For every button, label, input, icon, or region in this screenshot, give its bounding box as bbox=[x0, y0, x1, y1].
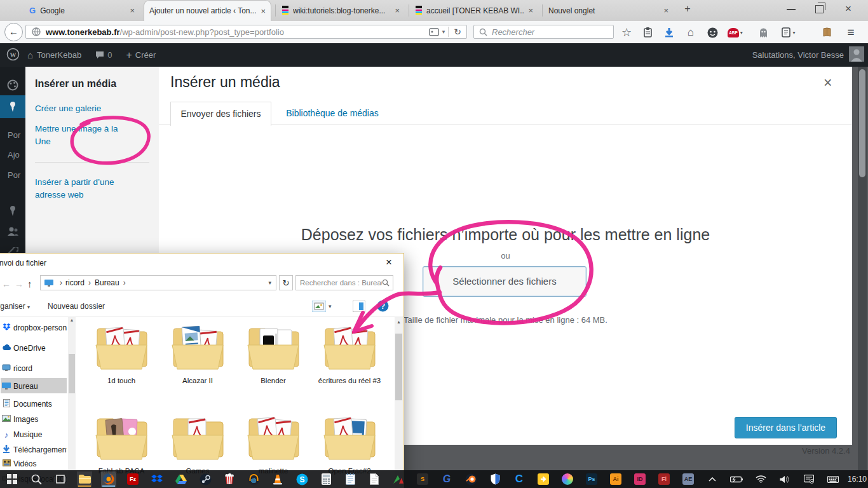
taskbar-illustrator[interactable]: Ai bbox=[608, 471, 623, 487]
menu-create-gallery-link[interactable]: Créer une galerie bbox=[35, 102, 101, 115]
scroll-up-icon[interactable]: ▴ bbox=[68, 317, 76, 323]
taskbar-document-app[interactable] bbox=[367, 471, 382, 487]
tray-wifi-icon[interactable] bbox=[753, 471, 768, 487]
wp-new-content-link[interactable]: +Créer bbox=[126, 50, 156, 61]
tab-google[interactable]: G Google × bbox=[24, 0, 140, 21]
taskbar-gimp[interactable]: G bbox=[439, 471, 454, 487]
taskbar-file-explorer[interactable] bbox=[77, 471, 92, 487]
crumb-desktop[interactable]: Bureau bbox=[95, 278, 119, 287]
menu-hamburger-icon[interactable]: ≡ bbox=[844, 25, 858, 39]
taskbar-indesign[interactable]: ID bbox=[632, 471, 648, 487]
listing-scrollbar-thumb[interactable] bbox=[395, 334, 402, 400]
taskbar-popcorn-time[interactable] bbox=[222, 471, 237, 487]
nav-back-icon[interactable]: ← bbox=[2, 279, 11, 289]
nav-item-videos[interactable]: Vidéos bbox=[1, 457, 67, 471]
taskbar-blender[interactable] bbox=[463, 471, 478, 487]
taskbar-notepad[interactable] bbox=[342, 471, 358, 487]
nav-forward-icon[interactable]: → bbox=[15, 279, 24, 289]
sidebar-submenu-fragment[interactable]: Por bbox=[8, 130, 20, 140]
task-view-button[interactable] bbox=[53, 471, 68, 487]
ghostery-icon[interactable] bbox=[756, 25, 770, 39]
nav-item-documents[interactable]: Documents bbox=[1, 397, 67, 411]
taskbar-green-app[interactable] bbox=[391, 471, 406, 487]
reader-icon[interactable] bbox=[429, 28, 439, 36]
taskbar-search-button[interactable] bbox=[29, 471, 44, 487]
menu-featured-image-link[interactable]: Mettre une image à la Une bbox=[35, 123, 135, 148]
breadcrumb-dropdown-icon[interactable]: ▾ bbox=[268, 280, 271, 286]
explorer-search-box[interactable]: Rechercher dans : Bureau bbox=[295, 275, 393, 290]
tab-upload-files[interactable]: Envoyer des fichiers bbox=[170, 102, 271, 126]
folder-games[interactable]: Games bbox=[162, 411, 233, 475]
taskbar-flash[interactable]: Fl bbox=[656, 471, 672, 487]
wp-comments-link[interactable]: 0 bbox=[95, 50, 112, 60]
refresh-button[interactable]: ↻ bbox=[279, 275, 293, 290]
tray-battery-icon[interactable] bbox=[729, 471, 744, 487]
adblock-plus-icon[interactable]: ABP ▾ bbox=[726, 25, 745, 39]
nav-item-bureau[interactable]: Bureau bbox=[1, 379, 67, 393]
new-folder-button[interactable]: Nouveau dossier bbox=[48, 302, 105, 311]
tray-chevron-icon[interactable] bbox=[705, 471, 720, 487]
listing-scrollbar[interactable]: ▴ bbox=[395, 317, 403, 488]
dialog-close-icon[interactable]: × bbox=[386, 256, 392, 269]
taskbar-audacity[interactable] bbox=[246, 471, 261, 487]
nav-up-icon[interactable]: ↑ bbox=[27, 278, 32, 289]
modal-close-icon[interactable]: × bbox=[824, 74, 832, 92]
sidebar-scrollbar[interactable]: ▴ bbox=[68, 317, 76, 488]
tab-close-icon[interactable]: × bbox=[130, 6, 135, 15]
nav-item-images[interactable]: Images bbox=[1, 412, 67, 426]
bookmarks-panel-icon[interactable] bbox=[641, 25, 654, 39]
taskbar-firefox[interactable] bbox=[101, 471, 116, 487]
nav-item-ricord[interactable]: ricord bbox=[1, 362, 67, 376]
tab-wiki[interactable]: wiki:tutoriels:blog-tonerke... × bbox=[276, 0, 405, 21]
search-bar[interactable]: Rechercher bbox=[473, 25, 614, 39]
taskbar-clock[interactable]: 16:10 bbox=[848, 475, 867, 484]
address-breadcrumb[interactable]: › ricord › Bureau › ▾ bbox=[40, 275, 276, 290]
tab-close-icon[interactable]: × bbox=[663, 6, 668, 15]
start-button[interactable] bbox=[4, 471, 20, 487]
tray-keyboard-icon[interactable] bbox=[825, 471, 841, 487]
taskbar-photoshop[interactable]: Ps bbox=[584, 471, 599, 487]
tab-close-icon[interactable]: × bbox=[261, 6, 266, 16]
tab-new[interactable]: Nouvel onglet × bbox=[543, 0, 674, 21]
folder-alcazar-ii[interactable]: Alcazar II bbox=[162, 321, 233, 385]
tab-accueil[interactable]: accueil [TONER KEBAB WI... × bbox=[410, 0, 538, 21]
folder-1d-touch[interactable]: 1d touch bbox=[86, 321, 157, 385]
tray-volume-icon[interactable] bbox=[777, 471, 792, 487]
devtools-panel-icon[interactable]: ▾ bbox=[778, 25, 799, 39]
abp-dropdown-icon[interactable]: ▾ bbox=[740, 30, 743, 36]
folder-ecritures-du-reel[interactable]: écritures du réel #3 bbox=[314, 321, 385, 385]
taskbar-calculator[interactable] bbox=[318, 471, 334, 487]
help-button[interactable]: ? bbox=[377, 300, 389, 314]
folder-open-frac[interactable]: Open Frac#2 bbox=[314, 411, 385, 475]
nav-item-telechargement[interactable]: Téléchargement bbox=[1, 443, 67, 457]
nav-item-musique[interactable]: ♪Musique bbox=[1, 428, 67, 442]
taskbar-dropbox[interactable] bbox=[149, 471, 165, 487]
tab-close-icon[interactable]: × bbox=[395, 6, 400, 15]
taskbar-c-app[interactable]: C bbox=[512, 471, 527, 487]
nav-item-onedrive[interactable]: OneDrive bbox=[1, 341, 67, 355]
sidebar-item-portfolio-active[interactable] bbox=[0, 95, 25, 118]
tab-active-article[interactable]: Ajouter un nouvel article ‹ Ton... × bbox=[144, 0, 271, 21]
taskbar-skype[interactable]: S bbox=[294, 471, 309, 487]
taskbar-shield-app[interactable] bbox=[487, 471, 503, 487]
taskbar-yellow-app[interactable] bbox=[536, 471, 551, 487]
notebook-icon[interactable] bbox=[820, 25, 834, 39]
window-restore-button[interactable] bbox=[815, 5, 824, 13]
taskbar-filezilla[interactable]: Fz bbox=[125, 471, 140, 487]
panel-dropdown-icon[interactable]: ▾ bbox=[792, 30, 795, 36]
crumb-user[interactable]: ricord bbox=[65, 278, 85, 287]
tray-action-center-icon[interactable] bbox=[801, 471, 817, 487]
reload-icon[interactable]: ↻ bbox=[454, 27, 461, 37]
folder-fablab-paca[interactable]: FabLab PACA bbox=[86, 411, 157, 475]
scroll-up-icon[interactable]: ▴ bbox=[395, 317, 403, 325]
avatar[interactable] bbox=[849, 46, 864, 64]
thumbnails-view-button[interactable] bbox=[312, 301, 326, 314]
taskbar-vlc[interactable] bbox=[270, 471, 285, 487]
appearance-icon[interactable] bbox=[7, 79, 18, 93]
window-close-button[interactable]: × bbox=[845, 3, 851, 15]
nav-item-dropbox[interactable]: dropbox-personal bbox=[1, 321, 67, 335]
sidebar-users-icon[interactable] bbox=[6, 226, 19, 240]
folder-malinette[interactable]: malinette bbox=[238, 411, 309, 475]
views-dropdown-icon[interactable]: ▾ bbox=[329, 303, 332, 309]
page-scrollbar[interactable] bbox=[858, 67, 867, 470]
